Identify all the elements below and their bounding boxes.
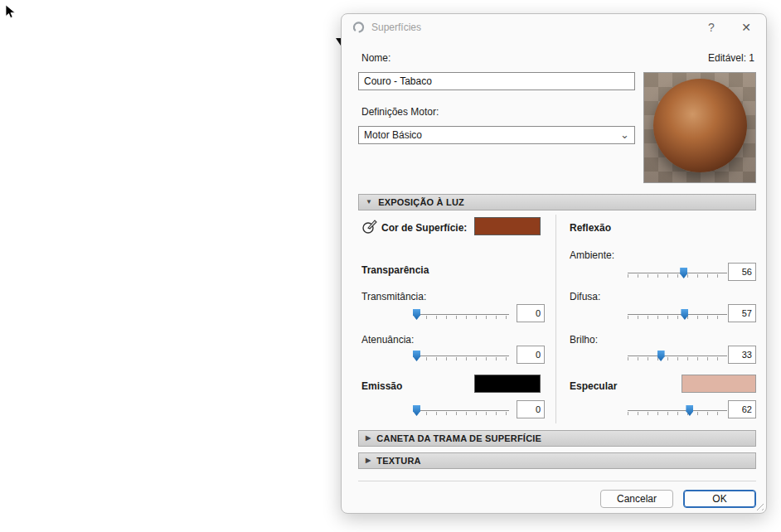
slider-track[interactable] bbox=[628, 355, 727, 356]
ok-button[interactable]: OK bbox=[683, 490, 756, 508]
surface-color-swatch[interactable] bbox=[474, 217, 541, 235]
section-collapsed-icon: ▶ bbox=[366, 435, 371, 442]
brilho-value[interactable] bbox=[728, 346, 756, 364]
section-header-texture-label: TEXTURA bbox=[376, 456, 420, 466]
slider-ticks bbox=[628, 412, 727, 415]
slider-ticks bbox=[628, 357, 727, 360]
section-expanded-icon: ▼ bbox=[366, 199, 372, 206]
mouse-cursor bbox=[5, 4, 18, 19]
ambiente-value[interactable] bbox=[728, 263, 756, 281]
reflection-label: Reflexão bbox=[570, 222, 611, 234]
transparency-label: Transparência bbox=[361, 264, 429, 276]
especular-color-swatch[interactable] bbox=[682, 375, 756, 393]
slider-ticks bbox=[416, 412, 509, 415]
close-button[interactable]: ✕ bbox=[730, 14, 763, 41]
slider-track[interactable] bbox=[416, 355, 509, 356]
emissao-color-swatch[interactable] bbox=[474, 375, 541, 393]
emissao-slider[interactable] bbox=[416, 405, 509, 417]
engine-select-value: Motor Básico bbox=[364, 129, 422, 141]
slider-track[interactable] bbox=[416, 314, 509, 315]
brilho-label: Brilho: bbox=[570, 334, 598, 346]
transmitancia-slider[interactable] bbox=[416, 309, 509, 321]
section-header-pen[interactable]: ▶ CANETA DA TRAMA DE SUPERFÍCIE bbox=[358, 430, 756, 447]
atenuancia-slider[interactable] bbox=[416, 351, 509, 362]
superficies-dialog: Superfícies ? ✕ Nome: Editável: 1 Defini… bbox=[341, 13, 767, 514]
name-label: Nome: bbox=[361, 52, 390, 64]
emissao-value[interactable] bbox=[517, 400, 545, 418]
help-button[interactable]: ? bbox=[695, 14, 728, 41]
editable-count: Editável: 1 bbox=[708, 52, 754, 64]
section-collapsed-icon: ▶ bbox=[366, 457, 371, 464]
cancel-button[interactable]: Cancelar bbox=[600, 490, 673, 508]
transmitancia-value[interactable] bbox=[517, 304, 545, 322]
ambiente-label: Ambiente: bbox=[570, 249, 614, 261]
footer-divider bbox=[358, 481, 756, 481]
section-header-texture[interactable]: ▶ TEXTURA bbox=[358, 452, 756, 469]
emissao-label: Emissão bbox=[361, 380, 402, 392]
surface-color-label: Cor de Superfície: bbox=[381, 222, 467, 234]
transmitancia-label: Transmitância: bbox=[361, 291, 426, 302]
difusa-value[interactable] bbox=[728, 304, 756, 322]
slider-track[interactable] bbox=[628, 410, 727, 411]
section-header-exposure-label: EXPOSIÇÃO À LUZ bbox=[378, 197, 464, 207]
slider-track[interactable] bbox=[628, 314, 727, 315]
app-icon bbox=[352, 21, 366, 34]
slider-track[interactable] bbox=[416, 410, 509, 411]
dialog-titlebar[interactable]: Superfícies ? ✕ bbox=[342, 14, 766, 41]
slider-ticks bbox=[416, 316, 509, 319]
difusa-slider[interactable] bbox=[628, 309, 727, 321]
atenuancia-label: Atenuância: bbox=[361, 334, 414, 346]
dialog-title: Superfícies bbox=[371, 22, 421, 33]
material-preview-sphere bbox=[653, 79, 747, 172]
name-input[interactable] bbox=[358, 72, 635, 90]
slider-ticks bbox=[628, 274, 727, 278]
slider-ticks bbox=[416, 357, 509, 360]
material-preview[interactable] bbox=[643, 72, 756, 183]
ambiente-slider[interactable] bbox=[628, 268, 727, 279]
section-header-exposure[interactable]: ▼ EXPOSIÇÃO À LUZ bbox=[358, 194, 756, 210]
especular-label: Especular bbox=[570, 380, 617, 392]
chevron-down-icon: ⌄ bbox=[620, 131, 629, 139]
brilho-slider[interactable] bbox=[628, 351, 727, 362]
section-header-pen-label: CANETA DA TRAMA DE SUPERFÍCIE bbox=[376, 433, 541, 443]
slider-track[interactable] bbox=[628, 273, 727, 273]
engine-label: Definições Motor: bbox=[361, 106, 439, 118]
especular-slider[interactable] bbox=[628, 405, 727, 417]
difusa-label: Difusa: bbox=[570, 291, 600, 302]
surface-color-icon bbox=[361, 218, 378, 235]
slider-ticks bbox=[628, 316, 727, 319]
column-divider bbox=[555, 215, 556, 423]
engine-select[interactable]: Motor Básico ⌄ bbox=[358, 126, 635, 144]
especular-value[interactable] bbox=[728, 400, 756, 418]
atenuancia-value[interactable] bbox=[517, 346, 545, 364]
